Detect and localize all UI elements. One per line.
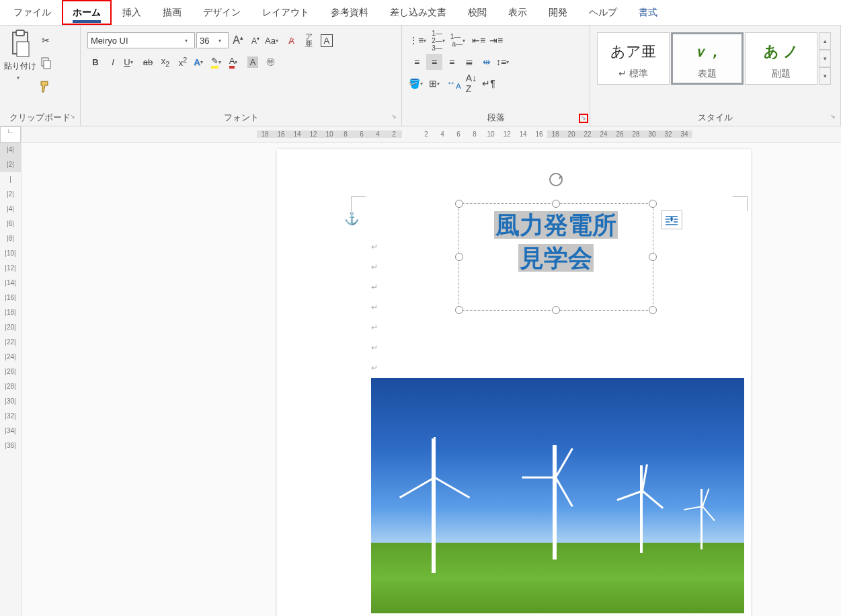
document-canvas[interactable]: ⚓ ↵↵↵↵↵↵↵ 風力発電所 見学会 — [22, 143, 841, 616]
font-group-label: フォント — [85, 109, 397, 126]
align-right-icon: ≡ — [449, 56, 454, 67]
group-font: Meiryo UI▾ 36▾ A▴ A▾ Aa▾ A̷ ア亜 A B I U▾ … — [81, 26, 402, 126]
copy-button[interactable] — [38, 55, 54, 71]
ruler-corner: ∟ — [0, 126, 21, 143]
tab-insert[interactable]: 挿入 — [112, 0, 152, 25]
layout-options-button[interactable] — [661, 210, 682, 229]
clear-format-button[interactable]: A̷ — [284, 32, 300, 48]
align-center-button[interactable]: ≡ — [426, 54, 442, 70]
enclose-icon: ㊕ — [266, 56, 275, 68]
show-marks-button[interactable]: ↵¶ — [481, 75, 497, 91]
eraser-icon: A̷ — [288, 36, 294, 46]
font-color-button[interactable]: A▾ — [227, 54, 243, 70]
handle-n[interactable] — [552, 200, 560, 208]
clipboard-launcher[interactable] — [69, 114, 79, 123]
styles-down[interactable]: ▾ — [819, 50, 831, 67]
paste-dropdown[interactable]: ▾ — [17, 75, 24, 81]
anchor-icon: ⚓ — [344, 211, 359, 226]
style-subtitle[interactable]: あ ノ 副題 — [745, 32, 817, 85]
align-left-button[interactable]: ≡ — [409, 54, 425, 70]
strike-button[interactable]: ab — [140, 54, 156, 70]
paragraph-launcher[interactable] — [579, 114, 588, 123]
tab-developer[interactable]: 開発 — [538, 0, 578, 25]
font-size-select[interactable]: 36▾ — [196, 32, 229, 48]
line-spacing-button[interactable]: ↕≡▾ — [496, 54, 513, 70]
sort-button[interactable]: A↓Z — [463, 75, 479, 91]
align-right-button[interactable]: ≡ — [444, 54, 460, 70]
borders-button[interactable]: ⊞▾ — [428, 75, 444, 91]
inc-indent-button[interactable]: ⇥≡ — [488, 32, 504, 48]
style-title[interactable]: ｖ， 表題 — [671, 32, 744, 85]
styles-up[interactable]: ▴ — [819, 32, 831, 50]
font-name-value: Meiryo UI — [91, 36, 128, 46]
tab-mailings[interactable]: 差し込み文書 — [379, 0, 457, 25]
tab-home[interactable]: ホーム — [62, 0, 112, 25]
group-styles: あア亜 ↵ 標準 ｖ， 表題 あ ノ 副題 ▴ ▾ ▾ スタイル — [590, 26, 841, 126]
handle-s[interactable] — [552, 306, 560, 314]
horizontal-ruler[interactable]: 1816141210864224681012141618202224262830… — [22, 126, 841, 143]
tab-format[interactable]: 書式 — [628, 0, 668, 25]
wind-farm-image[interactable] — [371, 378, 744, 613]
rotate-handle[interactable] — [548, 171, 564, 188]
italic-button[interactable]: I — [105, 54, 121, 70]
multilevel-icon: 1— a— — [450, 33, 463, 48]
style-normal[interactable]: あア亜 ↵ 標準 — [597, 32, 670, 85]
handle-nw[interactable] — [455, 200, 463, 208]
handle-se[interactable] — [649, 306, 657, 314]
style-title-sample: ｖ， — [692, 37, 722, 67]
vertical-ruler[interactable]: ∟ |4||2|||2||4||6||8||10||12||14||16||18… — [0, 126, 22, 616]
tab-design[interactable]: デザイン — [192, 0, 251, 25]
font-launcher[interactable] — [391, 114, 400, 123]
change-case-button[interactable]: Aa▾ — [265, 32, 282, 48]
distribute-button[interactable]: ⇹ — [479, 54, 495, 70]
textbox-content[interactable]: 風力発電所 見学会 — [467, 209, 645, 274]
paste-button[interactable]: 貼り付け ▾ — [4, 30, 36, 109]
textbox-selected[interactable]: 風力発電所 見学会 — [458, 203, 653, 311]
tab-help[interactable]: ヘルプ — [578, 0, 628, 25]
bullets-button[interactable]: ⋮≡▾ — [409, 32, 430, 48]
tab-draw[interactable]: 描画 — [152, 0, 192, 25]
highlight-button[interactable]: ✎▾ — [210, 54, 226, 70]
char-shading-button[interactable]: A — [245, 54, 261, 70]
grow-font-button[interactable]: A▴ — [230, 32, 246, 48]
char-border-button[interactable]: A — [319, 32, 335, 48]
cut-button[interactable]: ✂ — [38, 32, 54, 48]
numbering-button[interactable]: 1—2—3—▾ — [432, 32, 449, 48]
strike-icon: ab — [143, 57, 153, 67]
handle-w[interactable] — [455, 253, 463, 261]
multilevel-button[interactable]: 1— a—▾ — [450, 32, 469, 48]
handle-sw[interactable] — [455, 306, 463, 314]
font-color-icon: A — [229, 56, 235, 69]
style-subtitle-name: 副題 — [772, 68, 791, 80]
tab-references[interactable]: 参考資料 — [320, 0, 379, 25]
styles-launcher[interactable] — [830, 114, 839, 123]
underline-button[interactable]: U▾ — [122, 54, 138, 70]
tab-review[interactable]: 校閲 — [457, 0, 497, 25]
handle-e[interactable] — [649, 253, 657, 261]
font-size-value: 36 — [200, 36, 209, 46]
style-normal-sample: あア亜 — [610, 37, 656, 67]
dec-indent-button[interactable]: ⇤≡ — [471, 32, 487, 48]
bold-button[interactable]: B — [87, 54, 104, 70]
phonetic-button[interactable]: ア亜 — [301, 32, 317, 48]
subscript-button[interactable]: x2 — [157, 54, 173, 70]
shading-button[interactable]: 🪣▾ — [409, 75, 427, 91]
text-effects-button[interactable]: A▾ — [192, 54, 208, 70]
align-left-icon: ≡ — [414, 56, 419, 67]
styles-more[interactable]: ▾ — [819, 67, 831, 85]
tab-view[interactable]: 表示 — [497, 0, 538, 25]
font-name-select[interactable]: Meiryo UI▾ — [87, 32, 195, 48]
superscript-button[interactable]: x2 — [175, 54, 191, 70]
char-spacing-button[interactable]: ↔A — [446, 75, 462, 91]
handle-ne[interactable] — [649, 200, 657, 208]
tab-file[interactable]: ファイル — [3, 0, 62, 25]
tab-layout[interactable]: レイアウト — [251, 0, 320, 25]
paragraph-group-label: 段落 — [406, 109, 586, 126]
justify-button[interactable]: ≣ — [461, 54, 477, 70]
enclose-button[interactable]: ㊕ — [262, 54, 278, 70]
svg-rect-2 — [17, 42, 29, 56]
format-painter-button[interactable] — [38, 78, 54, 94]
shrink-font-button[interactable]: A▾ — [247, 32, 264, 48]
svg-rect-1 — [16, 30, 24, 36]
tab-home-label: ホーム — [73, 7, 101, 23]
